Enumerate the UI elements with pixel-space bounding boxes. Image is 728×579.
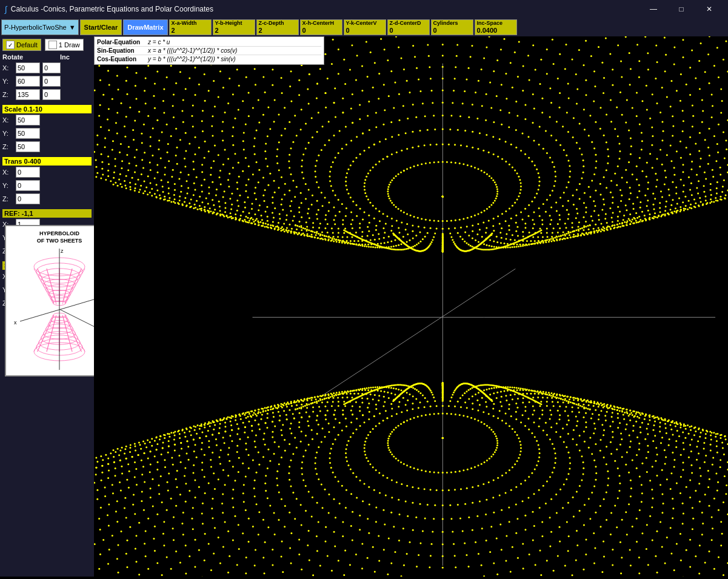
ref-header: REF: -1,1 [2,209,92,218]
thumb-title1: HYPERBOLOID [37,230,82,238]
polar-equation-row: Polar-Equation z = c * u [97,38,321,47]
scale-y-row: Y: [2,128,92,139]
rotate-y-input[interactable] [16,76,40,87]
scale-z-input[interactable] [16,141,40,152]
param-inc-space: Inc-Space 0.0400 [475,19,517,35]
param-inc-space-value[interactable]: 0.0400 [477,27,515,34]
sin-equation-row: Sin-Equation x = a * (((u^^2)-1)^^(1/2))… [97,47,321,55]
default-label: Default [16,41,38,49]
rotate-y-row: Y: [2,76,92,87]
draw-button[interactable]: 1 Draw [45,39,84,51]
param-y-centerv: Y-k-CenterV 0 [344,19,386,35]
rotate-header: Rotate [2,53,36,61]
toolbar: P-HyperbolicTwoShe ▼ Start/Clear DrawMat… [0,18,728,36]
rotate-x-inc-input[interactable] [42,62,61,73]
rotate-x-row: X: [2,62,92,73]
dropdown-value: P-HyperbolicTwoShe [4,24,67,31]
trans-header: Trans 0-400 [2,157,92,166]
draw-checkbox[interactable] [48,41,57,49]
left-panel: ✓ Default 1 Draw Rotate Inc X: Y: [0,36,94,577]
dropdown-arrow: ▼ [69,24,76,31]
rotate-x-label: X: [2,64,13,72]
scale-y-label: Y: [2,130,13,137]
trans-x-row: X: [2,167,92,178]
scale-x-row: X: [2,115,92,126]
shape-dropdown[interactable]: P-HyperbolicTwoShe ▼ [1,19,79,35]
trans-x-input[interactable] [16,167,40,178]
param-x-width-label: X-a-Width [172,21,209,27]
param-z-centerd-label: Z-d-CenterD [390,21,427,27]
trans-y-input[interactable] [16,180,40,191]
trans-x-label: X: [2,169,13,176]
param-x-width: X-a-Width 2 [169,19,212,35]
start-clear-button[interactable]: Start/Clear [80,19,122,35]
scale-x-label: X: [2,116,13,124]
default-button[interactable]: ✓ Default [2,39,41,51]
polar-eq-formula: z = c * u [148,39,170,45]
title-bar: ∫ Calculus -Conics, Parametric Equations… [0,0,728,18]
param-cylinders: Cylinders 0 [431,19,473,35]
scale-header: Scale 0.1-10 [2,105,92,113]
app-icon: ∫ [5,4,7,14]
param-cylinders-value[interactable]: 0 [433,27,471,34]
param-z-depth-value[interactable]: 2 [259,27,296,34]
canvas-area: Polar-Equation z = c * u Sin-Equation x … [94,36,728,577]
scale-y-input[interactable] [16,128,40,139]
trans-z-input[interactable] [16,193,40,204]
param-z-depth-label: Z-c-Depth [259,21,296,27]
trans-z-label: Z: [2,195,13,202]
rotate-y-inc-input[interactable] [42,76,61,87]
param-y-height: Y-b-Height 2 [213,19,255,35]
trans-y-row: Y: [2,180,92,191]
rotate-x-input[interactable] [16,62,40,73]
window-title: Calculus -Conics, Parametric Equations a… [11,5,636,13]
rotate-z-input[interactable] [16,89,40,100]
rotate-y-label: Y: [2,78,13,85]
close-button[interactable]: ✕ [695,0,723,18]
param-inc-space-label: Inc-Space [477,21,515,27]
rotate-z-inc-input[interactable] [42,89,61,100]
param-y-centerv-label: Y-k-CenterV [346,21,384,27]
minimize-button[interactable]: — [640,0,667,18]
param-z-centerd: Z-d-CenterD 0 [387,19,430,35]
param-x-width-value[interactable]: 2 [172,27,209,34]
scale-z-row: Z: [2,141,92,152]
param-y-height-label: Y-b-Height [215,21,253,27]
rotate-z-row: Z: [2,89,92,100]
param-y-centerv-value[interactable]: 0 [346,27,384,34]
main-canvas[interactable] [94,36,728,577]
sin-eq-label: Sin-Equation [97,47,145,54]
trans-y-label: Y: [2,182,13,189]
inc-header: Inc [60,53,70,61]
param-cylinders-label: Cylinders [433,21,471,27]
param-z-depth: Z-c-Depth 2 [256,19,299,35]
draw-matrix-button[interactable]: DrawMatrix [123,19,167,35]
cos-eq-formula: y = b * (((u^^2)-1)^^(1/2)) * sin(v) [148,56,236,62]
maximize-button[interactable]: □ [667,0,695,18]
cos-equation-row: Cos-Equation y = b * (((u^^2)-1)^^(1/2))… [97,55,321,63]
cos-eq-label: Cos-Equation [97,56,145,62]
scale-z-label: Z: [2,143,13,150]
window-controls: — □ ✕ [640,0,723,18]
rotate-z-label: Z: [2,91,13,98]
main-area: ✓ Default 1 Draw Rotate Inc X: Y: [0,36,728,577]
param-z-centerd-value[interactable]: 0 [390,27,427,34]
param-x-centerh-value[interactable]: 0 [302,27,340,34]
param-x-centerh: X-h-CenterH 0 [300,19,342,35]
polar-eq-label: Polar-Equation [97,39,145,45]
thumb-title2: OF TWO SHEETS [37,238,82,245]
trans-z-row: Z: [2,193,92,204]
draw-label: 1 Draw [59,41,80,49]
param-x-centerh-label: X-h-CenterH [302,21,340,27]
param-y-height-value[interactable]: 2 [215,27,253,34]
default-checkbox[interactable]: ✓ [6,41,15,49]
equation-box: Polar-Equation z = c * u Sin-Equation x … [94,36,324,65]
scale-x-input[interactable] [16,115,40,126]
sin-eq-formula: x = a * (((u^^2)-1)^^(1/2)) * cos(v) [148,47,237,54]
